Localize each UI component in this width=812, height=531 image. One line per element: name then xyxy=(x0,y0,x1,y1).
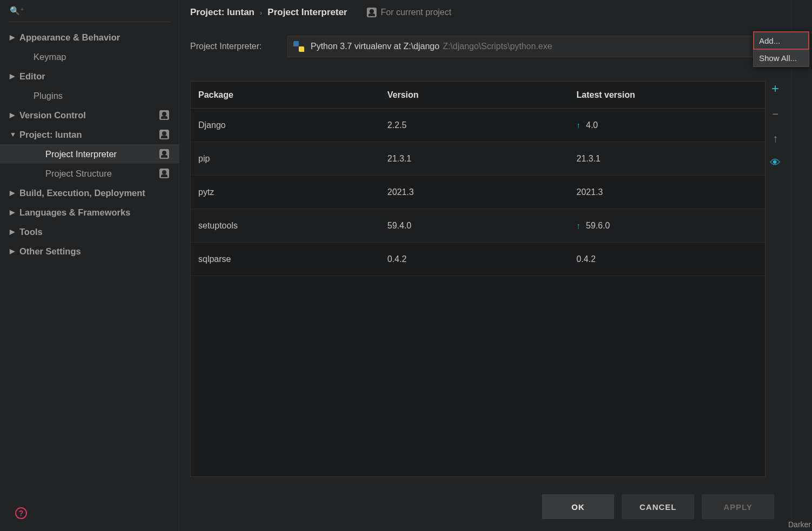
chevron-right-icon: › xyxy=(260,9,262,17)
sidebar-item-project-interpreter[interactable]: Project Interpreter xyxy=(0,144,179,164)
tree-label: Version Control xyxy=(19,110,86,120)
person-icon xyxy=(159,149,169,159)
settings-tree: ▶Appearance & BehaviorKeymap▶EditorPlugi… xyxy=(0,25,179,261)
latest-value: 59.6.0 xyxy=(586,221,610,231)
breadcrumb: Project: luntan › Project Interpreter Fo… xyxy=(179,0,791,25)
crumb-project[interactable]: Project: luntan xyxy=(190,7,254,18)
package-row[interactable]: pytz2021.32021.3 xyxy=(191,176,765,209)
cell-latest: 21.3.1 xyxy=(569,154,765,164)
tree-label: Plugins xyxy=(33,91,63,101)
tree-label: Other Settings xyxy=(19,246,81,257)
interpreter-gear-popup: Add... Show All... xyxy=(753,31,809,67)
help-icon[interactable]: ? xyxy=(15,507,27,519)
cell-latest: ↑4.0 xyxy=(569,120,765,130)
cell-version: 0.4.2 xyxy=(380,254,569,264)
python-icon xyxy=(293,41,304,52)
dialog-buttons: OK CANCEL APPLY xyxy=(542,494,774,519)
latest-value: 21.3.1 xyxy=(576,154,600,164)
search-icon: 🔍⁺ xyxy=(10,6,24,16)
tree-arrow-icon: ▼ xyxy=(10,131,19,138)
add-package-icon[interactable]: + xyxy=(771,81,779,96)
sidebar-item-languages-frameworks[interactable]: ▶Languages & Frameworks xyxy=(0,203,179,222)
apply-button[interactable]: APPLY xyxy=(702,494,774,519)
table-body: Django2.2.5↑4.0pip21.3.121.3.1pytz2021.3… xyxy=(191,109,765,276)
interpreter-name: Python 3.7 virtualenv at Z:\django xyxy=(311,42,439,51)
package-row[interactable]: pip21.3.121.3.1 xyxy=(191,142,765,176)
tree-arrow-icon: ▶ xyxy=(10,247,19,255)
packages-table: Package Version Latest version Django2.2… xyxy=(190,81,766,477)
cell-latest: ↑59.6.0 xyxy=(569,221,765,231)
package-row[interactable]: sqlparse0.4.20.4.2 xyxy=(191,243,765,276)
tree-label: Keymap xyxy=(33,52,66,62)
col-package[interactable]: Package xyxy=(191,90,380,100)
tree-arrow-icon: ▶ xyxy=(10,72,19,80)
sidebar-search[interactable]: 🔍⁺ xyxy=(0,0,179,22)
cell-version: 2.2.5 xyxy=(380,120,569,130)
tree-label: Build, Execution, Deployment xyxy=(19,188,145,198)
person-icon xyxy=(159,110,169,120)
latest-value: 4.0 xyxy=(586,120,598,130)
upgrade-package-icon[interactable]: ↑ xyxy=(773,132,778,145)
cell-version: 59.4.0 xyxy=(380,221,569,231)
sidebar-item-build-execution-deployment[interactable]: ▶Build, Execution, Deployment xyxy=(0,183,179,203)
theme-label: Darker xyxy=(788,520,811,529)
sidebar-item-version-control[interactable]: ▶Version Control xyxy=(0,105,179,125)
tree-arrow-icon: ▶ xyxy=(10,189,19,197)
tree-arrow-icon: ▶ xyxy=(10,111,19,119)
latest-value: 0.4.2 xyxy=(576,254,596,264)
show-early-releases-icon[interactable]: 👁 xyxy=(770,157,781,169)
sidebar-item-other-settings[interactable]: ▶Other Settings xyxy=(0,241,179,261)
scope-label: For current project xyxy=(367,8,452,17)
sidebar-divider xyxy=(9,22,170,22)
remove-package-icon[interactable]: − xyxy=(772,108,779,120)
tree-label: Appearance & Behavior xyxy=(19,32,120,43)
cell-package: setuptools xyxy=(191,221,380,231)
person-icon xyxy=(159,169,169,178)
sidebar-item-keymap[interactable]: Keymap xyxy=(0,47,179,66)
cell-latest: 0.4.2 xyxy=(569,254,765,264)
upgrade-arrow-icon: ↑ xyxy=(576,120,581,130)
cell-package: sqlparse xyxy=(191,254,380,264)
tree-arrow-icon: ▶ xyxy=(10,33,19,41)
tree-arrow-icon: ▶ xyxy=(10,209,19,216)
tree-label: Tools xyxy=(19,227,43,237)
interpreter-path: Z:\django\Scripts\python.exe xyxy=(442,42,552,51)
main-panel: Project: luntan › Project Interpreter Fo… xyxy=(179,0,791,531)
package-row[interactable]: setuptools59.4.0↑59.6.0 xyxy=(191,209,765,243)
person-icon xyxy=(159,130,169,139)
sidebar-item-project-structure[interactable]: Project Structure xyxy=(0,164,179,183)
cell-version: 21.3.1 xyxy=(380,154,569,164)
tree-label: Languages & Frameworks xyxy=(19,207,130,218)
cell-package: Django xyxy=(191,120,380,130)
cell-version: 2021.3 xyxy=(380,187,569,197)
package-toolbar: + − ↑ 👁 xyxy=(767,81,784,169)
tree-label: Project Interpreter xyxy=(45,149,117,159)
cell-package: pytz xyxy=(191,187,380,197)
sidebar-item-project-luntan[interactable]: ▼Project: luntan xyxy=(0,125,179,144)
col-latest[interactable]: Latest version xyxy=(569,90,765,100)
upgrade-arrow-icon: ↑ xyxy=(576,221,581,230)
popup-show-all[interactable]: Show All... xyxy=(754,49,809,66)
person-icon xyxy=(367,8,377,17)
cell-package: pip xyxy=(191,154,380,164)
tree-arrow-icon: ▶ xyxy=(10,228,19,236)
cancel-button[interactable]: CANCEL xyxy=(622,494,694,519)
sidebar-item-tools[interactable]: ▶Tools xyxy=(0,222,179,241)
package-row[interactable]: Django2.2.5↑4.0 xyxy=(191,109,765,142)
interpreter-row: Project Interpreter: Python 3.7 virtuale… xyxy=(179,25,791,57)
popup-add[interactable]: Add... xyxy=(754,32,809,49)
sidebar-item-editor[interactable]: ▶Editor xyxy=(0,66,179,86)
sidebar-item-appearance-behavior[interactable]: ▶Appearance & Behavior xyxy=(0,28,179,47)
latest-value: 2021.3 xyxy=(576,187,603,197)
sidebar-item-plugins[interactable]: Plugins xyxy=(0,86,179,105)
right-edge xyxy=(791,0,812,531)
settings-sidebar: 🔍⁺ ▶Appearance & BehaviorKeymap▶EditorPl… xyxy=(0,0,179,531)
table-header: Package Version Latest version xyxy=(191,82,765,109)
interpreter-label: Project Interpreter: xyxy=(190,42,287,51)
ok-button[interactable]: OK xyxy=(542,494,614,519)
scope-text: For current project xyxy=(381,8,452,17)
cell-latest: 2021.3 xyxy=(569,187,765,197)
col-version[interactable]: Version xyxy=(380,90,569,100)
interpreter-dropdown[interactable]: Python 3.7 virtualenv at Z:\django Z:\dj… xyxy=(287,36,781,57)
tree-label: Project: luntan xyxy=(19,130,82,140)
